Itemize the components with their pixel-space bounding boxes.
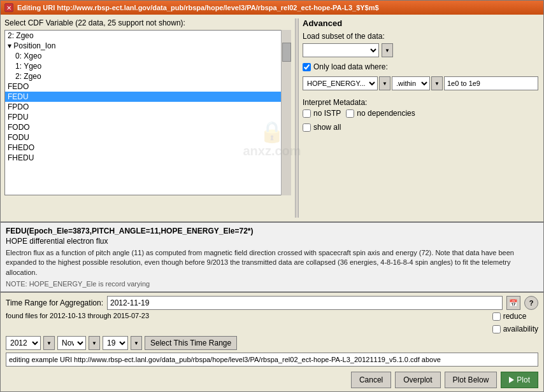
load-subset-select[interactable]	[303, 43, 379, 57]
list-item-fedu[interactable]: FEDU	[5, 92, 290, 102]
metadata-checkboxes: no ISTP no dependencies	[303, 109, 540, 120]
no-istp-row: no ISTP	[303, 109, 341, 118]
play-icon	[509, 377, 514, 383]
scrollbar-thumb[interactable]	[282, 43, 291, 62]
close-button[interactable]: ✕	[4, 3, 13, 12]
reduce-row: reduce	[492, 312, 538, 321]
list-item[interactable]: ▾ Position_Ion	[5, 41, 290, 51]
no-istp-label: no ISTP	[313, 109, 341, 118]
filter-value-input[interactable]	[444, 76, 538, 90]
variable-list[interactable]: 2: Zgeo ▾ Position_Ion 0: Xgeo 1: Ygeo 2…	[4, 30, 291, 195]
plot-below-button[interactable]: Plot Below	[445, 372, 497, 388]
splitter[interactable]	[295, 18, 299, 218]
month-dropdown-arrow[interactable]: ▼	[89, 336, 100, 350]
month-select[interactable]: Nov	[57, 336, 86, 350]
info-note: NOTE: HOPE_ENERGY_Ele is record varying	[6, 280, 538, 288]
list-item[interactable]: FEDO	[5, 81, 290, 92]
info-body: Electron flux as a function of pitch ang…	[6, 248, 538, 277]
bottom-section: Time Range for Aggregation: 📅 ? found fi…	[1, 291, 543, 391]
calendar-button[interactable]: 📅	[506, 296, 520, 310]
year-select[interactable]: 2012	[6, 336, 41, 350]
title-bar: ✕ Editing URI http://www.rbsp-ect.lanl.g…	[1, 1, 543, 15]
select-time-button[interactable]: Select This Time Range	[145, 336, 237, 350]
list-item[interactable]: 2: Zgeo	[5, 31, 290, 41]
list-item[interactable]: 2: Zgeo	[5, 71, 290, 81]
list-item[interactable]: FHEDU	[5, 153, 290, 163]
overplot-button[interactable]: Overplot	[395, 372, 440, 388]
action-buttons: Cancel Overplot Plot Below Plot	[6, 372, 538, 388]
only-load-label: Only load data where:	[313, 62, 388, 71]
metadata-label: Interpret Metadata:	[303, 98, 540, 107]
day-dropdown-arrow[interactable]: ▼	[131, 336, 142, 350]
info-title: FEDU(Epoch_Ele=3873,PITCH_ANGLE=11,HOPE_…	[6, 227, 538, 235]
availability-checkbox[interactable]	[492, 325, 501, 333]
load-subset-row: ▼	[303, 43, 540, 57]
list-item[interactable]: FHEDO	[5, 143, 290, 153]
found-files-text: found files for 2012-10-13 through 2015-…	[6, 312, 149, 319]
info-section: FEDU(Epoch_Ele=3873,PITCH_ANGLE=11,HOPE_…	[1, 221, 543, 291]
plot-button[interactable]: Plot	[501, 372, 538, 388]
help-button[interactable]: ?	[524, 296, 538, 310]
filter-op-arrow[interactable]: ▼	[431, 76, 443, 90]
info-description: HOPE differential electron flux	[6, 237, 538, 246]
no-deps-checkbox[interactable]	[346, 109, 354, 118]
no-istp-checkbox[interactable]	[303, 109, 311, 118]
availability-label: availability	[503, 325, 538, 333]
day-select[interactable]: 19	[103, 336, 128, 350]
filter-field-select[interactable]: HOPE_ENERGY...	[303, 76, 378, 90]
advanced-label: Advanced	[303, 18, 540, 28]
filter-row: HOPE_ENERGY... ▼ .within ▼	[303, 76, 540, 90]
time-range-input[interactable]	[107, 296, 503, 310]
reduce-availability-section: reduce availability	[492, 312, 538, 336]
scrollbar[interactable]	[281, 30, 291, 195]
uri-input[interactable]	[6, 353, 538, 367]
variable-select-label: Select CDF Variable (22 data, 25 support…	[4, 18, 291, 27]
main-window: ✕ Editing URI http://www.rbsp-ect.lanl.g…	[0, 0, 544, 392]
list-item[interactable]: FPDU	[5, 112, 290, 122]
show-all-checkbox[interactable]	[303, 123, 311, 132]
load-subset-label: Load subset of the data:	[303, 32, 540, 41]
right-panel: Advanced Load subset of the data: ▼ Only…	[303, 18, 540, 218]
time-range-label: Time Range for Aggregation:	[6, 298, 103, 307]
list-item[interactable]: FODO	[5, 122, 290, 132]
list-item[interactable]: 0: Xgeo	[5, 51, 290, 61]
list-item[interactable]: FODU	[5, 132, 290, 143]
plot-label: Plot	[517, 375, 530, 384]
time-range-row: Time Range for Aggregation: 📅 ?	[6, 296, 538, 310]
no-deps-row: no dependencies	[346, 109, 415, 118]
reduce-checkbox[interactable]	[492, 312, 501, 321]
left-panel: Select CDF Variable (22 data, 25 support…	[4, 18, 291, 218]
load-subset-arrow[interactable]: ▼	[382, 43, 393, 57]
cancel-button[interactable]: Cancel	[351, 372, 391, 388]
show-all-row: show all	[303, 123, 540, 132]
filter-op-select[interactable]: .within	[392, 76, 430, 90]
metadata-section: Interpret Metadata: no ISTP no dependenc…	[303, 98, 540, 134]
availability-row: availability	[492, 325, 538, 333]
year-dropdown-arrow[interactable]: ▼	[43, 336, 55, 350]
only-load-row: Only load data where:	[303, 62, 540, 71]
only-load-checkbox[interactable]	[303, 63, 311, 71]
filter-field-arrow[interactable]: ▼	[379, 76, 390, 90]
date-picker-row: 2012 ▼ Nov ▼ 19 ▼ Select This Time Range	[6, 336, 538, 350]
found-files-row: found files for 2012-10-13 through 2015-…	[6, 312, 538, 336]
variable-list-container[interactable]: 2: Zgeo ▾ Position_Ion 0: Xgeo 1: Ygeo 2…	[4, 30, 291, 195]
no-deps-label: no dependencies	[357, 109, 415, 118]
reduce-label: reduce	[503, 312, 527, 321]
list-item[interactable]: 1: Ygeo	[5, 61, 290, 71]
window-title: Editing URI http://www.rbsp-ect.lanl.gov…	[17, 4, 379, 11]
list-item[interactable]: FPDO	[5, 102, 290, 112]
show-all-label: show all	[313, 123, 341, 132]
